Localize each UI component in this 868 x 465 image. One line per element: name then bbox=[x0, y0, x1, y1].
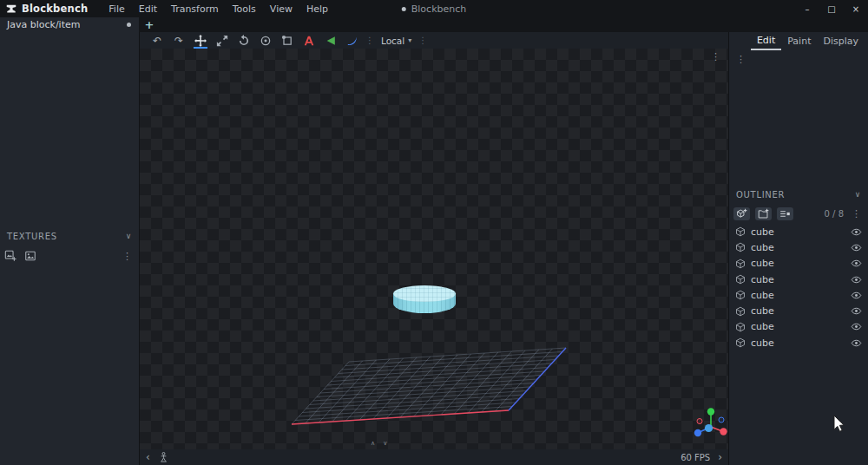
blue-tool-button[interactable] bbox=[342, 32, 363, 49]
create-texture-button[interactable] bbox=[24, 250, 36, 262]
menu-view[interactable]: View bbox=[263, 1, 299, 17]
redo-button[interactable]: ↷ bbox=[168, 32, 189, 49]
add-group-button[interactable] bbox=[755, 207, 772, 220]
add-cube-button[interactable] bbox=[733, 207, 750, 220]
visibility-eye-icon[interactable] bbox=[851, 274, 862, 285]
right-panel: Edit Paint Display ⋮ OUTLINER ∨ bbox=[729, 32, 868, 465]
green-tool-button[interactable] bbox=[320, 32, 341, 49]
visibility-eye-icon[interactable] bbox=[851, 226, 862, 238]
outliner-toolbar: 0 / 8 ⋮ bbox=[729, 206, 868, 221]
visibility-eye-icon[interactable] bbox=[851, 321, 862, 332]
rotate-tool-button[interactable] bbox=[233, 32, 254, 49]
visibility-eye-icon[interactable] bbox=[851, 258, 862, 269]
element-name: cube bbox=[751, 274, 774, 285]
caret-down-icon: ▾ bbox=[408, 36, 411, 44]
red-tool-icon bbox=[303, 35, 315, 47]
blue-tool-icon bbox=[346, 35, 358, 47]
element-name: cube bbox=[751, 305, 774, 317]
toolbar-menu-kebab2-icon[interactable]: ⋮ bbox=[417, 36, 429, 45]
vertex-snap-tool-icon bbox=[281, 35, 293, 47]
vertex-snap-tool-button[interactable] bbox=[277, 32, 298, 49]
right-panel-menu-kebab-icon[interactable]: ⋮ bbox=[733, 55, 748, 64]
resize-tool-button[interactable] bbox=[212, 32, 233, 49]
cylinder-top bbox=[393, 285, 456, 302]
visibility-eye-icon[interactable] bbox=[851, 242, 862, 253]
project-tab[interactable]: Java block/item bbox=[0, 17, 139, 32]
cube-icon bbox=[735, 242, 746, 252]
import-texture-button[interactable] bbox=[4, 250, 16, 262]
3d-canvas[interactable]: ⋮ ∧ ∨ bbox=[140, 49, 728, 449]
tab-paint[interactable]: Paint bbox=[781, 34, 817, 49]
pivot-tool-icon bbox=[260, 35, 272, 47]
cylinder-mesh[interactable] bbox=[393, 285, 456, 315]
cube-icon bbox=[735, 322, 746, 332]
status-chevron-left-icon[interactable]: ‹ bbox=[146, 452, 150, 462]
sort-outliner-button[interactable] bbox=[777, 207, 793, 220]
toolbar-menu-kebab-icon[interactable]: ⋮ bbox=[364, 36, 376, 45]
visibility-eye-icon[interactable] bbox=[851, 290, 862, 301]
menu-help[interactable]: Help bbox=[299, 1, 335, 17]
chevron-down-icon: ∨ bbox=[126, 232, 132, 240]
gizmo-y-ball[interactable] bbox=[707, 408, 714, 415]
status-chevron-right-icon[interactable]: › bbox=[718, 452, 722, 462]
textures-toolbar: ⋮ bbox=[0, 248, 139, 264]
window-controls: – □ × bbox=[795, 0, 868, 17]
outliner-row[interactable]: cube bbox=[729, 224, 868, 239]
project-tab-bar: Java block/item + bbox=[0, 17, 868, 32]
mode-tabs: Edit Paint Display bbox=[729, 32, 868, 50]
unsaved-dot-icon bbox=[402, 7, 406, 11]
green-tool-icon bbox=[325, 35, 337, 47]
menu-tools[interactable]: Tools bbox=[226, 1, 263, 17]
outliner-row[interactable]: cube bbox=[729, 239, 868, 255]
outliner-row[interactable]: cube bbox=[729, 256, 868, 272]
outliner-row[interactable]: cube bbox=[729, 335, 868, 350]
red-tool-button[interactable] bbox=[299, 32, 319, 49]
selection-counter: 0 / 8 bbox=[825, 209, 844, 219]
z-axis-line bbox=[509, 348, 566, 410]
cube-icon bbox=[735, 306, 746, 317]
resize-tool-icon bbox=[216, 35, 228, 47]
menu-transform[interactable]: Transform bbox=[164, 1, 226, 17]
fps-counter: 60 FPS bbox=[681, 453, 710, 462]
gizmo-x-ball[interactable] bbox=[720, 428, 727, 435]
close-button[interactable]: × bbox=[844, 0, 868, 17]
tab-edit[interactable]: Edit bbox=[751, 33, 781, 50]
menu-edit[interactable]: Edit bbox=[132, 1, 164, 17]
cube-icon bbox=[735, 259, 746, 269]
armor-stand-icon[interactable] bbox=[158, 451, 169, 463]
chevron-down-icon: ∨ bbox=[855, 190, 861, 199]
view-axis-gizmo[interactable] bbox=[688, 403, 728, 444]
gizmo-center-ball[interactable] bbox=[705, 424, 713, 432]
transform-space-dropdown[interactable]: Local ▾ bbox=[377, 32, 416, 49]
undo-button[interactable]: ↶ bbox=[147, 32, 168, 49]
add-group-folder-icon bbox=[758, 208, 769, 219]
pivot-tool-button[interactable] bbox=[255, 32, 276, 49]
viewport-menu-kebab-icon[interactable]: ⋮ bbox=[708, 52, 723, 62]
x-axis-line bbox=[292, 410, 509, 424]
minimize-button[interactable]: – bbox=[795, 0, 819, 17]
outliner-row[interactable]: cube bbox=[729, 287, 868, 303]
textures-menu-kebab-icon[interactable]: ⋮ bbox=[120, 252, 135, 261]
visibility-eye-icon[interactable] bbox=[851, 305, 862, 317]
outliner-row[interactable]: cube bbox=[729, 303, 868, 318]
outliner-menu-kebab-icon[interactable]: ⋮ bbox=[849, 209, 864, 219]
rotate-tool-icon bbox=[238, 35, 250, 47]
tab-unsaved-dot-icon bbox=[127, 23, 131, 27]
textures-panel-header[interactable]: TEXTURES ∨ bbox=[0, 229, 139, 243]
gizmo-z-ball[interactable] bbox=[694, 429, 701, 436]
window-title: Blockbench bbox=[402, 3, 467, 15]
outliner-list: cube cube cube cube cube bbox=[729, 224, 868, 350]
outliner-row[interactable]: cube bbox=[729, 272, 868, 287]
tab-display[interactable]: Display bbox=[817, 34, 865, 49]
maximize-button[interactable]: □ bbox=[819, 0, 844, 17]
cube-icon bbox=[735, 337, 746, 348]
element-name: cube bbox=[751, 337, 774, 349]
visibility-eye-icon[interactable] bbox=[851, 337, 862, 349]
outliner-panel-header[interactable]: OUTLINER ∨ bbox=[729, 187, 868, 201]
outliner-row[interactable]: cube bbox=[729, 319, 868, 335]
move-tool-button[interactable] bbox=[190, 32, 211, 49]
new-tab-button[interactable]: + bbox=[141, 17, 158, 32]
cube-icon bbox=[735, 274, 746, 285]
panel-collapse-handle[interactable]: ∧ ∨ bbox=[371, 440, 387, 447]
menu-file[interactable]: File bbox=[102, 1, 131, 17]
